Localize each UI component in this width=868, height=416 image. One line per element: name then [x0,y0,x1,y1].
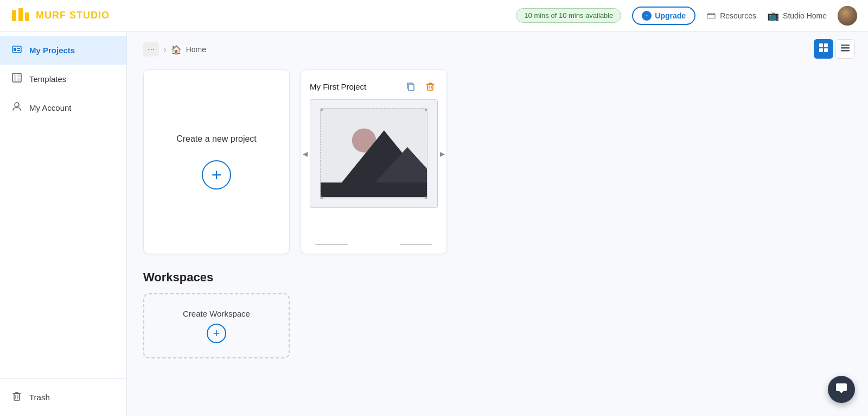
project-card-footer [310,244,438,245]
project-thumbnail: ◂ ▸ [310,99,438,208]
svg-rect-20 [841,47,850,49]
svg-rect-12 [14,394,20,400]
project-card-header: My First Project [310,79,438,94]
project-actions [403,79,438,94]
svg-rect-4 [14,48,16,51]
svg-rect-18 [824,48,828,52]
sidebar-bottom: Trash [0,378,126,412]
thumbnail-right-arrow: ▸ [440,148,445,160]
chat-bubble[interactable] [828,376,855,403]
resize-handle-tr [425,108,427,111]
svg-rect-9 [17,74,20,77]
svg-rect-8 [14,74,16,81]
upgrade-button[interactable]: ↑ Upgrade [632,7,695,25]
svg-rect-0 [12,10,16,21]
workspaces-section-title: Workspaces [143,270,852,285]
svg-rect-6 [17,50,20,51]
list-view-icon [840,43,850,55]
view-toggle [814,39,855,59]
mins-badge: 10 mins of 10 mins available [516,8,621,23]
footer-line-2 [400,244,432,245]
logo-text: MURF STUDIO [36,10,110,21]
delete-project-button[interactable] [423,79,438,94]
projects-cards-row: Create a new project + My First Project [143,70,852,254]
svg-rect-15 [819,43,823,47]
grid-view-icon [819,43,828,55]
studio-home-icon: 📺 [767,10,779,22]
logo: MURF STUDIO [11,6,110,26]
svg-rect-30 [321,182,427,197]
footer-line-1 [315,244,348,245]
breadcrumb-arrow: › [163,45,166,54]
trash-label: Trash [29,393,50,402]
murf-logo-icon [11,6,30,26]
header-right: 10 mins of 10 mins available ↑ Upgrade 🗃… [516,6,857,26]
breadcrumb-dots[interactable]: ··· [143,42,159,56]
resources-icon: 🗃 [706,10,716,21]
upgrade-label: Upgrade [655,11,686,20]
create-project-label: Create a new project [176,134,257,144]
svg-rect-10 [17,78,20,81]
svg-rect-19 [841,45,850,46]
templates-label: Templates [29,74,66,84]
my-account-icon [11,101,23,115]
app-header: MURF STUDIO 10 mins of 10 mins available… [0,0,868,31]
copy-project-button[interactable] [403,79,418,94]
create-project-add-icon: + [202,160,231,190]
resources-nav[interactable]: 🗃 Resources [706,10,756,21]
svg-rect-2 [25,12,29,21]
main-layout: My Projects Templates My Account [0,31,868,416]
sidebar-item-templates[interactable]: Templates [0,65,126,93]
breadcrumb: ··· › 🏠 Home [143,42,852,56]
home-icon: 🏠 [171,45,182,55]
studio-home-nav[interactable]: 📺 Studio Home [767,10,827,22]
create-workspace-add-icon: + [207,324,226,343]
mountain-scene [321,109,427,199]
create-project-card[interactable]: Create a new project + [143,70,290,254]
create-workspace-card[interactable]: Create Workspace + [143,293,290,358]
sidebar-item-my-account[interactable]: My Account [0,93,126,122]
resize-handle-bl [320,197,323,199]
resize-handle-tl [320,108,323,111]
thumbnail-left-arrow: ◂ [303,148,308,160]
svg-rect-17 [819,48,823,52]
svg-rect-1 [18,8,23,21]
sidebar: My Projects Templates My Account [0,31,127,416]
sidebar-item-trash[interactable]: Trash [0,383,126,412]
workspaces-cards-row: Create Workspace + [143,293,852,358]
list-view-button[interactable] [835,39,855,59]
avatar-image [838,6,857,26]
chat-icon [835,381,848,398]
main-content: ··· › 🏠 Home [127,31,868,416]
svg-rect-16 [824,43,828,47]
studio-home-label: Studio Home [783,11,827,20]
user-avatar[interactable] [838,6,857,26]
thumbnail-inner [320,108,428,199]
create-workspace-label: Create Workspace [183,309,250,318]
my-projects-label: My Projects [29,46,75,55]
project-title: My First Project [310,82,366,91]
resources-label: Resources [720,11,756,20]
svg-point-11 [15,103,19,107]
trash-icon [11,390,23,404]
sidebar-item-my-projects[interactable]: My Projects [0,36,126,65]
breadcrumb-home-label: Home [186,45,206,54]
my-projects-icon [11,43,23,57]
first-project-card[interactable]: My First Project [301,70,447,254]
svg-rect-21 [841,50,850,52]
my-account-label: My Account [29,103,72,112]
resize-handle-br [425,197,427,199]
grid-view-button[interactable] [814,39,833,59]
svg-rect-23 [427,84,433,90]
svg-rect-5 [17,48,20,49]
templates-icon [11,72,23,86]
upgrade-icon: ↑ [642,11,652,21]
svg-rect-22 [409,84,414,91]
